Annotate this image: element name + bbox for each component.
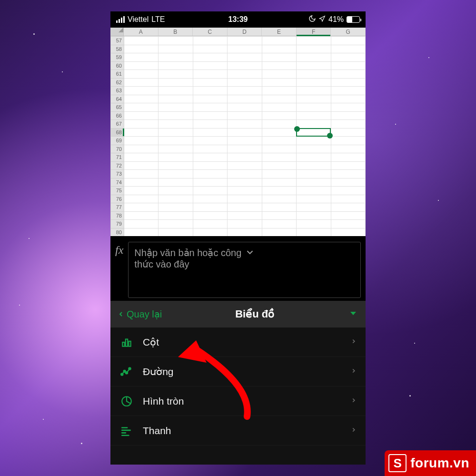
cell[interactable] [331,170,365,178]
row-header[interactable]: 70 [111,145,124,153]
column-header-A[interactable]: A [124,28,159,36]
cell[interactable] [228,195,262,203]
cell[interactable] [228,103,262,112]
cell[interactable] [331,195,365,203]
cell[interactable] [331,45,365,53]
cell[interactable] [193,120,227,129]
row-header[interactable]: 67 [111,120,124,129]
cell[interactable] [297,145,331,153]
cell[interactable] [159,53,193,62]
cell[interactable] [124,61,159,70]
cell[interactable] [124,111,159,120]
cell[interactable] [193,61,227,70]
cell[interactable] [193,70,227,79]
cell[interactable] [193,195,227,203]
cell[interactable] [124,170,159,178]
cell[interactable] [297,87,331,95]
cell[interactable] [193,153,227,162]
row-header[interactable]: 68 [111,128,124,137]
column-header-F[interactable]: F [297,28,331,36]
cell[interactable] [297,37,331,45]
cell[interactable] [331,178,365,187]
cell[interactable] [228,187,262,195]
cell[interactable] [331,87,365,95]
cell[interactable] [159,70,193,79]
cell[interactable] [193,37,227,45]
cell[interactable] [228,37,262,45]
cell[interactable] [297,161,331,170]
grid-rows[interactable]: 5758596061626364656667686970717273747576… [110,36,366,236]
cell[interactable] [228,220,262,228]
cell[interactable] [331,153,365,162]
cell[interactable] [331,161,365,170]
row-header[interactable]: 77 [111,203,124,212]
cell[interactable] [331,128,365,137]
cell[interactable] [193,220,227,228]
cell[interactable] [124,137,159,145]
cell[interactable] [262,153,296,162]
cell[interactable] [193,178,227,187]
row-header[interactable]: 71 [111,153,124,162]
cell[interactable] [297,78,331,87]
chevron-down-icon[interactable] [245,247,355,260]
cell[interactable] [262,161,296,170]
cell[interactable] [124,153,159,162]
row-header[interactable]: 73 [111,170,124,178]
cell[interactable] [262,61,296,70]
cell[interactable] [228,53,262,62]
cell[interactable] [262,228,296,236]
cell[interactable] [228,178,262,187]
cell[interactable] [159,95,193,103]
cell[interactable] [228,170,262,178]
cell[interactable] [159,78,193,87]
cell[interactable] [331,228,365,236]
cell[interactable] [297,103,331,112]
cell[interactable] [124,178,159,187]
row-header[interactable]: 69 [111,137,124,145]
cell[interactable] [262,87,296,95]
cell[interactable] [331,120,365,129]
spreadsheet[interactable]: ABCDEFG 57585960616263646566676869707172… [110,28,366,236]
row-header[interactable]: 62 [111,78,124,87]
cell[interactable] [124,95,159,103]
cell[interactable] [262,70,296,79]
cell[interactable] [262,95,296,103]
row-header[interactable]: 66 [111,111,124,120]
cell[interactable] [331,70,365,79]
row-header[interactable]: 61 [111,70,124,79]
cell[interactable] [193,53,227,62]
cell[interactable] [262,37,296,45]
cell[interactable] [331,37,365,45]
row-header[interactable]: 76 [111,195,124,203]
cell[interactable] [297,137,331,145]
row-header[interactable]: 72 [111,161,124,170]
cell[interactable] [262,178,296,187]
cell[interactable] [331,203,365,212]
cell[interactable] [262,187,296,195]
cell[interactable] [124,87,159,95]
cell[interactable] [124,128,159,137]
cell[interactable] [262,220,296,228]
formula-input[interactable]: Nhập văn bản hoặc công thức vào đây [128,242,361,298]
cell[interactable] [159,211,193,220]
cell[interactable] [124,45,159,53]
chart-type-hình-tròn[interactable]: Hình tròn [110,387,366,416]
row-header[interactable]: 75 [111,187,124,195]
cell[interactable] [331,111,365,120]
column-header-E[interactable]: E [262,28,297,36]
cell[interactable] [262,145,296,153]
cell[interactable] [297,61,331,70]
cell[interactable] [297,187,331,195]
cell[interactable] [262,128,296,137]
cell[interactable] [159,87,193,95]
cell[interactable] [193,78,227,87]
row-header[interactable]: 63 [111,87,124,95]
cell[interactable] [193,103,227,112]
select-all-corner[interactable] [110,28,124,36]
cell[interactable] [228,161,262,170]
cell[interactable] [124,211,159,220]
cell[interactable] [193,161,227,170]
cell[interactable] [297,211,331,220]
cell[interactable] [228,111,262,120]
cell[interactable] [193,145,227,153]
